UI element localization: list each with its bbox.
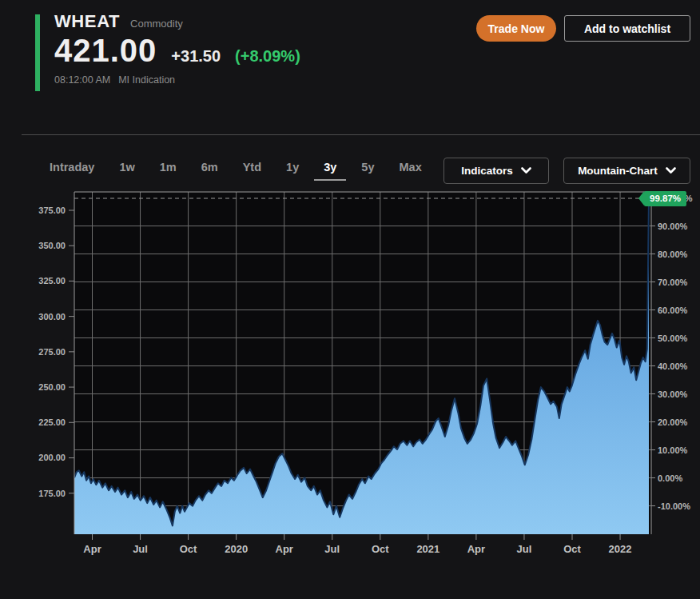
price-axis-label: 225.00 <box>38 417 66 427</box>
pct-axis-label: -10.00% <box>658 501 690 511</box>
price-axis-label: 375.00 <box>38 206 66 215</box>
price-axis-label: 325.00 <box>38 276 66 286</box>
price-axis-label: 250.00 <box>38 382 66 392</box>
pct-axis-label: 30.00% <box>658 389 688 399</box>
x-axis-label: 2020 <box>225 543 248 555</box>
x-axis-label: Oct <box>180 543 197 555</box>
pct-axis-label: 50.00% <box>658 333 688 343</box>
x-axis-label: Apr <box>83 543 101 555</box>
pct-axis-label: 40.00% <box>658 361 688 371</box>
price-chart[interactable]: 375.00350.00325.00300.00275.00250.00225.… <box>0 0 700 599</box>
price-axis-label: 275.00 <box>38 347 66 357</box>
pct-axis-label: 70.00% <box>658 278 688 287</box>
x-axis-label: Oct <box>372 543 389 555</box>
current-change-badge: 99.87% <box>644 191 686 206</box>
pct-axis-label: 90.00% <box>658 222 688 231</box>
x-axis-label: Jul <box>517 543 532 555</box>
x-axis-label: 2021 <box>416 543 439 555</box>
pct-axis-label: 10.00% <box>658 445 688 455</box>
pct-axis-label: 0.00% <box>658 473 682 483</box>
price-axis-label: 300.00 <box>38 312 66 321</box>
wheat-quote-page: WHEAT Commodity 421.00 +31.50 (+8.09%) 0… <box>0 0 700 599</box>
x-axis-label: Apr <box>467 543 485 555</box>
price-axis-label: 200.00 <box>38 453 66 462</box>
price-axis-label: 350.00 <box>38 241 66 250</box>
pct-axis-label: 20.00% <box>658 417 688 427</box>
price-axis-label: 175.00 <box>38 489 66 498</box>
x-axis-label: Apr <box>276 543 293 555</box>
x-axis-label: Jul <box>133 543 148 555</box>
x-axis-label: 2022 <box>609 543 632 555</box>
pct-axis-label: 60.00% <box>658 305 688 315</box>
x-axis-label: Oct <box>563 543 581 555</box>
x-axis-label: Jul <box>324 543 340 555</box>
pct-axis-label: 80.00% <box>658 250 688 259</box>
